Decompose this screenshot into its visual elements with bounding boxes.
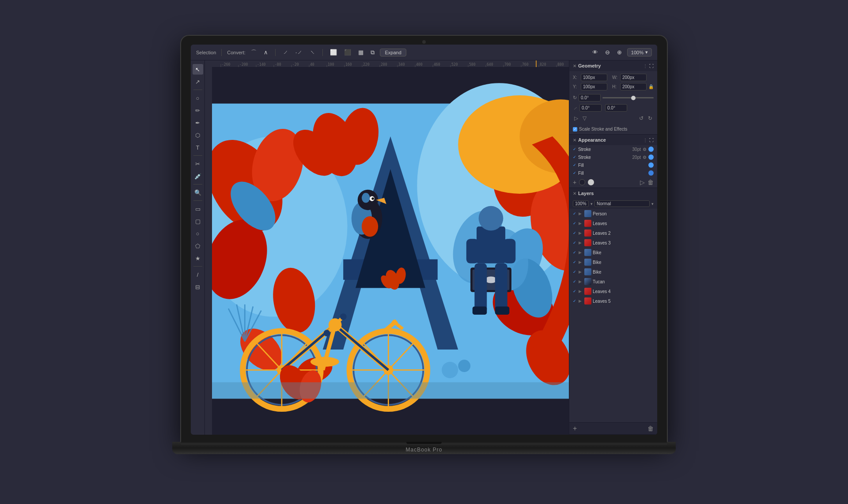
layer-leaves4-expand[interactable]: ▶ bbox=[579, 289, 583, 293]
layer-bike2-visible[interactable]: ✓ bbox=[573, 260, 577, 264]
layers-delete-button[interactable]: 🗑 bbox=[647, 425, 654, 432]
layer-leaves2-expand[interactable]: ▶ bbox=[579, 231, 583, 235]
layer-bike2-expand[interactable]: ▶ bbox=[579, 260, 583, 264]
layer-bike3-expand[interactable]: ▶ bbox=[579, 270, 583, 274]
rotation-slider[interactable] bbox=[602, 97, 654, 98]
layer-leaves3-visible[interactable]: ✓ bbox=[573, 241, 577, 245]
layer-leaves[interactable]: ✓ ▶ Leaves bbox=[569, 218, 657, 228]
geometry-options-icon[interactable]: ⛶ bbox=[649, 64, 654, 68]
h-input[interactable] bbox=[620, 83, 647, 90]
layer-leaves5-visible[interactable]: ✓ bbox=[573, 299, 577, 303]
convert-icon-2[interactable]: ∧ bbox=[262, 48, 270, 56]
y-input[interactable] bbox=[581, 83, 607, 90]
layers-close-icon[interactable]: ✕ bbox=[573, 191, 576, 196]
flip-h-button[interactable]: ▷ bbox=[573, 114, 579, 122]
polygon-tool[interactable]: ⬠ bbox=[193, 241, 203, 251]
text-tool[interactable]: T bbox=[193, 142, 203, 153]
rect-tool[interactable]: ▭ bbox=[193, 203, 203, 214]
appearance-header[interactable]: ✕ Appearance ⋮ ⛶ bbox=[569, 135, 657, 145]
appearance-expand-icon[interactable]: ⛶ bbox=[649, 138, 654, 143]
appearance-arrow-right[interactable]: ▷ bbox=[640, 179, 645, 186]
blend-mode-select[interactable]: Normal Multiply Screen Overlay bbox=[594, 200, 650, 207]
layers-panel-tool[interactable]: ⊟ bbox=[193, 282, 203, 292]
align-icon-3[interactable]: ▦ bbox=[356, 48, 365, 56]
scale-stroke-checkbox[interactable]: ✓ bbox=[573, 127, 577, 132]
layer-bike1-expand[interactable]: ▶ bbox=[579, 250, 583, 255]
layer-bike1-visible[interactable]: ✓ bbox=[573, 250, 577, 255]
anchor-icon[interactable]: ∙⟋ bbox=[294, 48, 305, 56]
select-tool[interactable]: ↖ bbox=[193, 64, 203, 75]
align-icon-2[interactable]: ⬛ bbox=[342, 48, 353, 56]
layer-person-expand[interactable]: ▶ bbox=[579, 211, 583, 216]
pencil-tool[interactable]: ✒ bbox=[193, 117, 203, 128]
convert-icon-1[interactable]: ⌒ bbox=[249, 48, 258, 57]
layer-leaves2-visible[interactable]: ✓ bbox=[573, 231, 577, 235]
rotate-ccw-button[interactable]: ↺ bbox=[638, 114, 645, 122]
zoom-tool[interactable]: 🔍 bbox=[193, 187, 203, 198]
layer-leaves5-expand[interactable]: ▶ bbox=[579, 299, 583, 303]
appearance-close-icon[interactable]: ✕ bbox=[573, 138, 576, 143]
line-tool[interactable]: / bbox=[193, 269, 203, 280]
fill1-color[interactable] bbox=[648, 162, 654, 168]
expand-button[interactable]: Expand bbox=[380, 49, 406, 56]
appearance-add-button[interactable]: + bbox=[573, 179, 576, 186]
stroke1-gear[interactable]: ⚙ bbox=[643, 147, 647, 152]
pen-tool[interactable]: ✏ bbox=[193, 105, 203, 116]
fill2-check[interactable]: ✓ bbox=[573, 171, 576, 175]
direction-icon[interactable]: ⟍ bbox=[308, 48, 317, 56]
fill-swatch[interactable] bbox=[579, 179, 585, 185]
layer-leaves-expand[interactable]: ▶ bbox=[579, 221, 583, 226]
x-input[interactable] bbox=[581, 74, 607, 81]
opacity-input[interactable] bbox=[573, 200, 589, 207]
geometry-header[interactable]: ✕ Geometry ⋮ ⛶ bbox=[569, 60, 657, 71]
geometry-expand-icon[interactable]: ⋮ bbox=[643, 64, 647, 68]
layer-leaves2[interactable]: ✓ ▶ Leaves 2 bbox=[569, 228, 657, 238]
stroke1-color[interactable] bbox=[648, 147, 654, 152]
layer-leaves5[interactable]: ✓ ▶ Leaves 5 bbox=[569, 296, 657, 306]
layer-bike2[interactable]: ✓ ▶ Bike bbox=[569, 257, 657, 267]
align-icon-1[interactable]: ⬜ bbox=[328, 48, 339, 56]
flip-v-button[interactable]: ▽ bbox=[581, 114, 588, 122]
layer-leaves-visible[interactable]: ✓ bbox=[573, 221, 577, 226]
w-input[interactable] bbox=[620, 74, 647, 81]
appearance-trash[interactable]: 🗑 bbox=[647, 179, 654, 186]
layer-bike3-visible[interactable]: ✓ bbox=[573, 270, 577, 274]
rounded-rect-tool[interactable]: ▢ bbox=[193, 216, 203, 226]
stroke-swatch[interactable] bbox=[588, 179, 594, 185]
eyedropper-tool[interactable]: 💉 bbox=[193, 171, 203, 181]
skew-input[interactable] bbox=[605, 104, 627, 112]
layer-leaves4[interactable]: ✓ ▶ Leaves 4 bbox=[569, 286, 657, 296]
direct-select-tool[interactable]: ↗ bbox=[193, 76, 203, 87]
layer-tucan-visible[interactable]: ✓ bbox=[573, 279, 577, 284]
layer-bike1[interactable]: ✓ ▶ Bike bbox=[569, 248, 657, 257]
canvas-content[interactable] bbox=[212, 68, 569, 435]
fill1-check[interactable]: ✓ bbox=[573, 163, 576, 167]
layer-tucan-expand[interactable]: ▶ bbox=[579, 279, 583, 284]
fill2-color[interactable] bbox=[648, 170, 654, 176]
layer-bike3[interactable]: ✓ ▶ Bike bbox=[569, 267, 657, 277]
scissors-tool[interactable]: ✂ bbox=[193, 158, 203, 169]
zoom-control[interactable]: 100% ▾ bbox=[627, 48, 652, 56]
stroke2-gear[interactable]: ⚙ bbox=[643, 155, 647, 160]
zoom-in-icon[interactable]: ⊕ bbox=[615, 48, 624, 56]
paint-tool[interactable]: ⬡ bbox=[193, 130, 203, 140]
artwork[interactable] bbox=[212, 68, 569, 435]
layer-leaves3-expand[interactable]: ▶ bbox=[579, 241, 583, 245]
layers-header[interactable]: ✕ Layers bbox=[569, 188, 657, 199]
layer-leaves4-visible[interactable]: ✓ bbox=[573, 289, 577, 293]
eye-icon[interactable]: 👁 bbox=[591, 48, 600, 56]
layer-person[interactable]: ✓ ▶ Person bbox=[569, 209, 657, 218]
rotation-input[interactable] bbox=[579, 94, 601, 102]
stroke2-check[interactable]: ✓ bbox=[573, 155, 576, 159]
ellipse-tool-small[interactable]: ○ bbox=[193, 93, 203, 103]
layers-add-button[interactable]: + bbox=[573, 425, 577, 433]
align-icon-4[interactable]: ⧉ bbox=[369, 48, 376, 57]
zoom-out-icon[interactable]: ⊖ bbox=[603, 48, 612, 56]
ellipse-tool[interactable]: ○ bbox=[193, 228, 203, 239]
lock-aspect-icon[interactable]: 🔒 bbox=[648, 84, 654, 89]
geometry-close-icon[interactable]: ✕ bbox=[573, 64, 576, 68]
stroke1-check[interactable]: ✓ bbox=[573, 147, 576, 151]
slant-input[interactable] bbox=[579, 104, 602, 112]
star-tool[interactable]: ★ bbox=[193, 253, 203, 263]
layer-tucan[interactable]: ✓ ▶ Tucan bbox=[569, 277, 657, 286]
